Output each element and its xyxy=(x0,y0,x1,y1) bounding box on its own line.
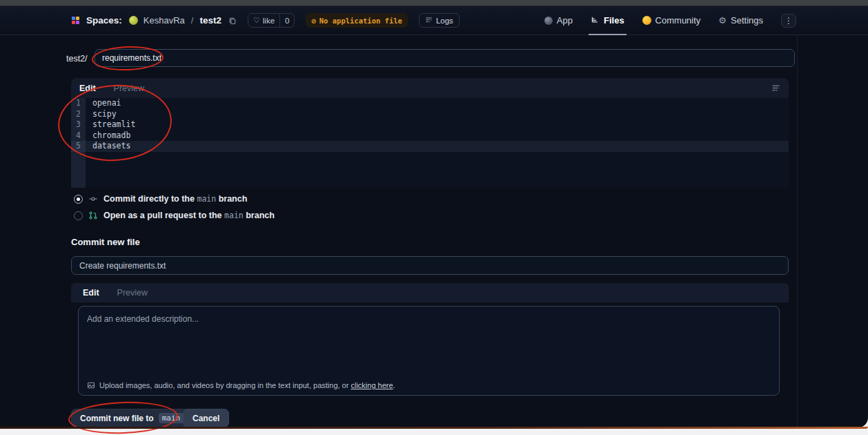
open-pr-suffix: branch xyxy=(246,211,275,220)
tab-files-label: Files xyxy=(604,15,624,26)
spaces-logo-icon xyxy=(72,17,79,24)
heart-icon: ♡ xyxy=(253,16,260,25)
filename-input[interactable] xyxy=(95,49,795,67)
commit-direct-suffix: branch xyxy=(219,194,248,204)
code-line[interactable]: 3 streamlit xyxy=(71,119,789,130)
upload-hint: Upload images, audio, and videos by drag… xyxy=(87,381,771,389)
extended-description-textarea[interactable]: Add an extended description... Upload im… xyxy=(78,306,780,396)
tab-settings[interactable]: ⚙ Settings xyxy=(718,6,763,35)
description-tab-edit[interactable]: Edit xyxy=(83,288,99,298)
copy-icon[interactable] xyxy=(228,17,237,25)
tab-community-label: Community xyxy=(655,15,701,26)
code-area[interactable]: 1 openai 2 scipy 3 streamlit 4 chromadb … xyxy=(71,98,789,188)
tab-settings-label: Settings xyxy=(731,15,763,26)
radio-selected[interactable] xyxy=(74,195,83,204)
logs-label: Logs xyxy=(436,17,453,25)
tab-community[interactable]: Community xyxy=(642,6,701,35)
gear-icon: ⚙ xyxy=(718,16,727,25)
description-tabbar: Edit Preview xyxy=(71,283,789,302)
line-number: 5 xyxy=(71,141,86,152)
image-icon xyxy=(87,381,95,389)
like-button[interactable]: ♡ like 0 xyxy=(248,13,295,28)
cancel-button[interactable]: Cancel xyxy=(183,409,229,427)
like-label: like xyxy=(263,17,275,25)
open-pr-label: Open as a pull request to the xyxy=(103,211,222,220)
code-line[interactable]: 1 openai xyxy=(71,98,789,109)
commit-section-heading: Commit new file xyxy=(71,237,140,247)
spaces-brand-label: Spaces: xyxy=(86,15,122,26)
editor-tabbar: Edit Preview xyxy=(71,78,789,98)
content-right-divider xyxy=(797,35,798,427)
description-tab-preview[interactable]: Preview xyxy=(117,288,148,298)
repo-link[interactable]: test2 xyxy=(199,15,221,26)
like-count[interactable]: 0 xyxy=(279,14,294,27)
open-pr-option[interactable]: Open as a pull request to the main branc… xyxy=(74,211,275,220)
line-number: 3 xyxy=(71,119,86,130)
commit-button-label: Commit new file to xyxy=(80,414,154,423)
tab-app[interactable]: App xyxy=(544,6,573,35)
radio-unselected[interactable] xyxy=(74,211,83,220)
commit-button-branch-badge: main xyxy=(159,413,184,423)
line-number: 4 xyxy=(71,130,86,142)
line-text: streamlit xyxy=(86,119,135,130)
commit-direct-label: Commit directly to the xyxy=(103,194,195,204)
status-badge-label: No application file xyxy=(319,17,402,25)
commit-message-input[interactable] xyxy=(71,256,789,275)
line-text: chromadb xyxy=(86,130,130,142)
branch-name: main xyxy=(224,211,244,220)
line-text: datasets xyxy=(86,141,130,152)
app-icon xyxy=(544,17,553,25)
kebab-icon: ⋮ xyxy=(785,16,793,26)
file-content-editor: Edit Preview 1 openai 2 scipy 3 streamli… xyxy=(71,78,789,188)
bottom-edge-line xyxy=(0,427,868,429)
file-path-prefix: test2/ xyxy=(66,54,91,64)
header: Spaces: KeshavRa / test2 ♡ like 0 ⊘ No a… xyxy=(0,6,868,35)
line-text: openai xyxy=(86,98,121,109)
line-number: 1 xyxy=(71,98,86,109)
runtime-status-badge[interactable]: ⊘ No application file xyxy=(306,13,407,28)
line-number: 2 xyxy=(71,109,86,120)
tab-app-label: App xyxy=(557,15,573,26)
owner-avatar[interactable] xyxy=(129,16,138,25)
word-wrap-icon[interactable] xyxy=(771,84,780,93)
tab-files[interactable]: Files xyxy=(591,6,624,35)
commit-direct-option[interactable]: Commit directly to the main branch xyxy=(74,194,247,204)
upload-click-here-link[interactable]: clicking here xyxy=(351,381,393,389)
editor-tab-preview[interactable]: Preview xyxy=(114,84,144,93)
screen: Spaces: KeshavRa / test2 ♡ like 0 ⊘ No a… xyxy=(0,0,868,435)
commit-new-file-button[interactable]: Commit new file to main xyxy=(71,409,193,427)
description-placeholder: Add an extended description... xyxy=(87,314,199,324)
more-options-button[interactable]: ⋮ xyxy=(781,14,796,28)
community-icon xyxy=(642,16,651,25)
files-icon xyxy=(591,16,600,25)
line-text: scipy xyxy=(86,109,117,120)
logs-button[interactable]: Logs xyxy=(419,13,460,28)
owner-link[interactable]: KeshavRa xyxy=(144,15,185,26)
logs-icon xyxy=(425,17,433,24)
code-line-active[interactable]: 5 datasets xyxy=(71,141,789,152)
branch-name: main xyxy=(197,194,216,204)
code-line[interactable]: 2 scipy xyxy=(71,109,789,120)
git-commit-icon xyxy=(88,194,98,204)
blocked-icon: ⊘ xyxy=(311,17,315,25)
code-line[interactable]: 4 chromadb xyxy=(71,130,789,142)
editor-tab-edit[interactable]: Edit xyxy=(79,84,96,93)
pull-request-icon xyxy=(88,211,98,220)
upload-hint-text: Upload images, audio, and videos by drag… xyxy=(99,381,348,389)
path-separator: / xyxy=(191,15,194,26)
